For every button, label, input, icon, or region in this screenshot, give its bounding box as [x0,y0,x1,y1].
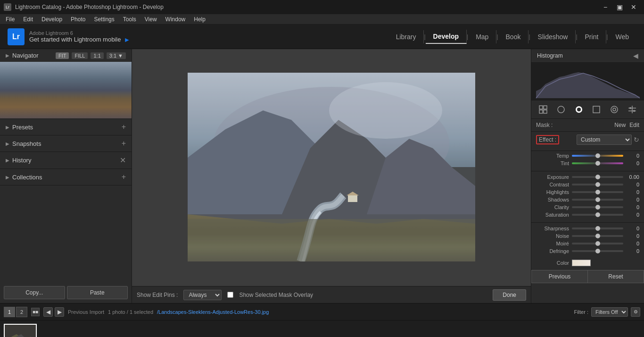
sharpness-slider-track[interactable] [572,227,623,229]
previous-button[interactable]: Previous [531,270,587,283]
nav-web[interactable]: Web [608,30,636,43]
moire-thumb[interactable] [595,241,600,246]
highlights-slider-track[interactable] [572,191,623,193]
paste-button[interactable]: Paste [67,286,128,299]
saturation-label: Saturation [536,212,569,218]
tint-slider-track[interactable] [572,162,623,164]
circle-tool-icon[interactable] [555,104,567,115]
history-close-icon[interactable]: ✕ [120,156,126,165]
edit-pins-select[interactable]: Always Never Auto Selected [183,290,222,300]
svg-point-26 [633,110,635,112]
zoom-fill[interactable]: FILL [72,52,88,59]
navigator-header[interactable]: ▶ Navigator FIT FILL 1:1 3:1 ▼ [0,49,132,62]
exposure-slider-track[interactable] [572,176,623,178]
menu-file[interactable]: File [2,15,18,24]
contrast-thumb[interactable] [595,182,600,187]
sharpness-thumb[interactable] [595,226,600,231]
history-header-left: ▶ History [6,157,31,164]
collections-add-icon[interactable]: + [122,173,126,181]
nav-book[interactable]: Book [498,30,529,43]
contrast-slider-row: Contrast 0 [536,182,639,187]
temp-slider-track[interactable] [572,155,623,157]
menu-settings[interactable]: Settings [90,15,118,24]
nav-print[interactable]: Print [578,30,607,43]
next-nav-btn[interactable]: ▶ [55,307,64,317]
saturation-thumb[interactable] [595,212,600,217]
defringe-value: 0 [626,248,639,254]
menu-window[interactable]: Window [162,15,190,24]
filmstrip-num-2[interactable]: 2 [16,307,27,317]
mask-overlay-checkbox[interactable] [227,292,233,298]
tint-slider-thumb[interactable] [595,161,600,166]
thumbnail-1[interactable] [4,324,37,337]
highlights-thumb[interactable] [595,190,600,194]
bottom-toolbar: Show Edit Pins : Always Never Auto Selec… [132,286,531,303]
presets-add-icon[interactable]: + [122,123,126,131]
menu-develop[interactable]: Develop [38,15,66,24]
saturation-slider-track[interactable] [572,214,623,216]
snapshots-header[interactable]: ▶ Snapshots + [0,135,132,152]
noise-slider-track[interactable] [572,235,623,237]
clarity-slider-track[interactable] [572,206,623,208]
menu-view[interactable]: View [141,15,161,24]
radio-tool-icon[interactable] [573,104,585,115]
filter-label: Filter : [574,309,588,315]
clarity-thumb[interactable] [595,205,600,210]
subtitle-arrow[interactable]: ► [124,36,130,43]
collections-header[interactable]: ▶ Collections + [0,169,132,185]
filmstrip-num-1[interactable]: 1 [4,307,15,317]
temp-slider-thumb[interactable] [595,153,600,158]
history-header[interactable]: ▶ History ✕ [0,152,132,168]
grid-view-icon[interactable]: ■■ [31,308,40,316]
noise-thumb[interactable] [595,234,600,238]
zoom-1to1[interactable]: 1:1 [91,52,103,59]
window-controls[interactable]: − ▣ ✕ [599,2,640,12]
maximize-button[interactable]: ▣ [613,2,626,12]
mask-new-button[interactable]: New [614,122,626,128]
reset-button[interactable]: Reset [587,270,644,283]
effect-select[interactable]: Custom Soften Skin Teeth Whitening [577,135,632,145]
shadows-slider-track[interactable] [572,199,623,201]
filter-settings-icon[interactable]: ⚙ [631,307,640,317]
menu-edit[interactable]: Edit [19,15,37,24]
histogram-collapse-icon[interactable]: ◀ [633,52,638,59]
copy-button[interactable]: Copy... [4,286,65,299]
film-nav: ◀ ▶ [43,307,64,317]
circle-outline-tool-icon[interactable] [608,104,620,115]
snapshots-add-icon[interactable]: + [122,139,126,148]
minimize-button[interactable]: − [599,2,612,12]
menu-help[interactable]: Help [190,15,209,24]
menu-photo[interactable]: Photo [67,15,89,24]
zoom-fit[interactable]: FIT [56,52,69,59]
defringe-slider-row: Defringe 0 [536,248,639,254]
shadows-thumb[interactable] [595,197,600,202]
nav-slideshow[interactable]: Slideshow [530,30,576,43]
titlebar-left: Lr Lightroom Catalog - Adobe Photoshop L… [4,3,164,11]
presets-header[interactable]: ▶ Presets + [0,119,132,135]
filter-select[interactable]: Filters Off Flagged Rated [591,307,628,317]
photo-filename[interactable]: /Landscapes-Sleeklens-Adjusted-LowRes-30… [157,309,269,315]
done-button[interactable]: Done [493,289,526,301]
moire-slider-track[interactable] [572,243,623,244]
nav-library[interactable]: Library [388,30,424,43]
close-button[interactable]: ✕ [627,2,640,12]
zoom-3to1[interactable]: 3:1 ▼ [107,52,126,59]
adjustment-tool-icon[interactable] [626,104,638,115]
square-tool-icon[interactable] [590,104,603,115]
defringe-thumb[interactable] [595,249,600,253]
nav-map[interactable]: Map [468,30,496,43]
prev-nav-btn[interactable]: ◀ [43,307,53,317]
exposure-thumb[interactable] [595,175,600,179]
defringe-slider-track[interactable] [572,250,623,252]
contrast-slider-track[interactable] [572,184,623,185]
collections-header-left: ▶ Collections [6,174,42,181]
grid-tool-icon[interactable] [537,104,549,115]
nav-develop[interactable]: Develop [426,30,467,44]
effect-reset-icon[interactable]: ↻ [634,136,639,143]
histogram-header[interactable]: Histogram ◀ [531,49,644,63]
contrast-label: Contrast [536,182,569,187]
color-swatch[interactable] [572,260,591,266]
svg-rect-19 [593,106,600,113]
menu-tools[interactable]: Tools [119,15,140,24]
mask-edit-button[interactable]: Edit [629,122,639,128]
